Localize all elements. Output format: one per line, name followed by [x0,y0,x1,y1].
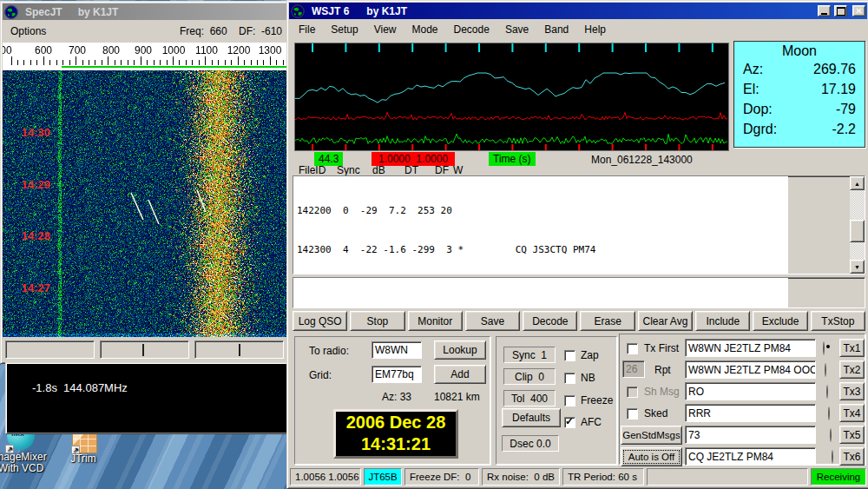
slider-slot-2[interactable] [100,340,189,359]
moon-el-label: El: [743,79,760,99]
tx1-button[interactable]: Tx1 [839,339,865,357]
col-fileid: FileID [299,164,326,176]
tx-message-2[interactable]: W8WN JE2TLZ PM84 OOO [685,360,816,379]
clear-avg-button[interactable]: Clear Avg [638,311,693,331]
log-qso-button[interactable]: Log QSO [293,311,347,331]
to-radio-input[interactable]: W8WN [372,341,422,359]
wsjt-app-icon [291,4,305,18]
freeze-checkbox-row[interactable]: Freeze [564,394,613,406]
stop-button[interactable]: Stop [350,311,404,331]
slider-thumb[interactable] [239,344,240,356]
waterfall-display[interactable] [3,70,289,337]
col-w: W [453,164,463,176]
tx5-radio[interactable] [830,428,832,442]
clip-control[interactable]: Clip 0 [503,368,556,385]
specjt-menubar: Options Freq: 660 DF: -610 ( [3,20,291,42]
moon-title: Moon [734,43,865,59]
tx3-button[interactable]: Tx3 [839,382,865,400]
afc-checkbox-row[interactable]: AFC [564,416,602,428]
decode-button[interactable]: Decode [523,311,577,331]
defaults-button[interactable]: Defaults [502,408,561,427]
tx4-radio[interactable] [828,406,830,420]
tx6-button[interactable]: Tx6 [839,447,865,466]
rpt-field[interactable]: 26 [622,360,645,378]
tx2-radio[interactable] [825,363,826,377]
scroll-down-button[interactable]: ▼ [850,260,865,274]
rx-time-frequency-readout: -1.8s 144.087MHz [32,381,128,394]
sh-msg-row[interactable]: Sh Msg [627,386,680,398]
auto-is-off-button[interactable]: Auto is Off [621,447,682,466]
tx-message-6[interactable]: CQ JE2TLZ PM84 [685,447,816,466]
average-text-area[interactable]: 143000 1 2/9 DL6BF JM1WBB PM95 142900 2 … [293,277,865,308]
status-freeze-df: Freeze DF: 0 [404,468,479,486]
sked-checkbox[interactable] [627,408,638,420]
menu-band[interactable]: Band [536,22,576,37]
decode-text-area[interactable]: 142200 0 -29 7.2 253 20 142300 4 -22 -1.… [293,175,865,274]
monitor-button[interactable]: Monitor [408,311,463,331]
tx-first-row[interactable]: Tx First [627,342,679,354]
grid-input[interactable]: EM77bq [372,366,422,383]
tx2-button[interactable]: Tx2 [839,360,865,379]
sh-msg-label: Sh Msg [644,386,680,398]
specjt-titlebar[interactable]: SpecJT by K1JT [3,3,291,20]
freeze-checkbox[interactable] [564,395,575,406]
tx-message-3[interactable]: RO [685,382,816,400]
tx-message-1[interactable]: W8WN JE2TLZ PM84 [685,339,816,357]
tx-message-5[interactable]: 73 [685,426,816,444]
specjt-title-by: by K1JT [78,6,119,18]
tx1-radio[interactable] [823,341,825,355]
lookup-button[interactable]: Lookup [434,340,486,360]
tx4-button[interactable]: Tx4 [839,404,865,422]
menu-options[interactable]: Options [3,23,54,39]
exclude-button[interactable]: Exclude [753,311,807,331]
tx-first-checkbox[interactable] [627,343,638,354]
slider-thumb[interactable] [142,344,144,356]
zap-checkbox[interactable] [564,350,575,361]
frequency-ruler[interactable] [3,43,289,70]
sync-control[interactable]: Sync 1 [503,347,556,363]
dsec-control[interactable]: Dsec 0.0 [502,435,559,452]
sked-row[interactable]: Sked [627,407,667,420]
tx6-radio[interactable] [832,450,833,464]
menu-view[interactable]: View [366,22,404,37]
txstop-button[interactable]: TxStop [811,311,865,331]
tx-message-4[interactable]: RRR [685,404,816,422]
nb-checkbox-row[interactable]: NB [564,372,595,384]
decode-text: 142200 0 -29 7.2 253 20 142300 4 -22 -1.… [293,176,788,274]
menu-decode[interactable]: Decode [446,22,497,37]
menu-save[interactable]: Save [497,22,536,37]
close-button[interactable]: ✕ [852,5,865,17]
status-bar: 1.0056 1.0056 JT65B Freeze DF: 0 Rx nois… [290,467,866,486]
tx3-radio[interactable] [826,385,828,399]
menu-mode[interactable]: Mode [404,22,446,37]
scroll-thumb[interactable] [850,220,865,242]
sh-msg-checkbox[interactable] [627,387,638,398]
add-button[interactable]: Add [434,365,486,384]
menu-setup[interactable]: Setup [323,22,365,37]
minimize-button[interactable] [818,5,831,17]
menu-file[interactable]: File [291,22,323,37]
distance-readout: 10821 km [434,391,480,403]
include-button[interactable]: Include [695,311,750,331]
zap-checkbox-row[interactable]: Zap [564,349,599,361]
scroll-up-button[interactable]: ▲ [850,176,865,190]
gen-std-msgs-button[interactable]: GenStdMsgs [621,426,682,445]
wsjt-titlebar[interactable]: WSJT 6 by K1JT ✕ [289,3,867,19]
erase-button[interactable]: Erase [580,311,635,331]
nb-checkbox[interactable] [564,373,575,384]
average-text: 143000 1 2/9 DL6BF JM1WBB PM95 142900 2 … [293,278,788,307]
tx5-button[interactable]: Tx5 [839,426,865,444]
moon-az-value: 269.76 [813,59,856,79]
col-dt: DT [404,164,418,176]
afc-checkbox[interactable] [564,417,575,428]
decode-scrollbar[interactable]: ▲ ▼ [850,176,865,274]
save-button[interactable]: Save [465,311,520,331]
wsjt-window: WSJT 6 by K1JT ✕ File Setup View Mode De… [286,0,868,489]
tol-control[interactable]: Tol 400 [503,390,556,406]
maximize-button[interactable] [834,5,847,17]
moon-panel: Moon Az: 269.76 El: 17.19 Dop: -79 Dgrd:… [733,41,865,148]
slider-slot-3[interactable] [194,340,284,359]
slider-slot-1[interactable] [5,340,95,359]
menu-help[interactable]: Help [576,22,614,37]
status-mode: JT65B [364,468,402,486]
